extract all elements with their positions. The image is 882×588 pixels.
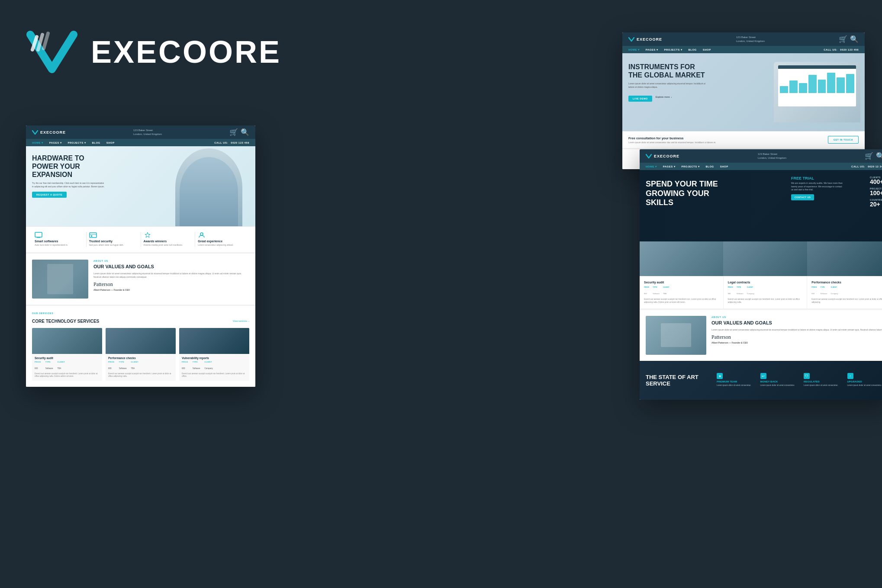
cart-icon-2: 🛒 bbox=[839, 35, 847, 43]
card3-nav-shop[interactable]: SHOP bbox=[720, 165, 728, 168]
card1-request-btn[interactable]: REQUEST A QUOTE bbox=[32, 192, 67, 198]
card2-hero-subtitle: Lorem ipsum dolor sit amet consectetur a… bbox=[628, 82, 706, 89]
card3-nav-pages[interactable]: PAGES ▾ bbox=[663, 165, 676, 168]
about-label-3: ABOUT US bbox=[711, 316, 882, 318]
cart-icon: 🛒 bbox=[229, 128, 238, 136]
preview-card-1: EXECOORE 123 Baker Street London, United… bbox=[26, 125, 255, 387]
money-back-icon: ↩ bbox=[760, 373, 766, 379]
search-icon-2: 🔍 bbox=[850, 35, 859, 43]
view-services-link[interactable]: View services › bbox=[233, 320, 249, 322]
card3-brand-name: EXECOORE bbox=[654, 154, 679, 158]
services-label: OUR SERVICES bbox=[32, 312, 54, 315]
card1-services: OUR SERVICES CORE TECHNOLOGY SERVICES Vi… bbox=[26, 305, 255, 387]
cart-icon-3: 🛒 bbox=[865, 152, 873, 160]
service-card-2: Performance checks PRICE600 TYPESoftware… bbox=[106, 328, 176, 381]
card2-nav-menu: HOME ▾ PAGES ▾ PROJECTS ▾ BLOG SHOP CALL… bbox=[622, 46, 865, 53]
service-info-3: Vulnerability reports PRICE600 TYPESoftw… bbox=[179, 354, 249, 381]
card3-hero-title: SPEND YOUR TIME GROWING YOUR SKILLS bbox=[646, 180, 732, 208]
card3-about: ABOUT US OUR VALUES AND GOALS Lorem ipsu… bbox=[640, 308, 882, 361]
card3-nav-menu: HOME ▾ PAGES ▾ PROJECTS ▾ BLOG SHOP CALL… bbox=[640, 163, 882, 170]
card3-nav-projects[interactable]: PROJECTS ▾ bbox=[681, 165, 699, 168]
about-title-3: OUR VALUES AND GOALS bbox=[711, 320, 882, 326]
feature-experience: Great experience Lorem consectetur adipi… bbox=[195, 232, 249, 247]
nav-shop[interactable]: SHOP bbox=[106, 141, 115, 144]
card2-brand: EXECOORE bbox=[628, 36, 662, 42]
awards-icon bbox=[144, 232, 151, 238]
card3-hero: SPEND YOUR TIME GROWING YOUR SKILLS FREE… bbox=[640, 170, 882, 241]
card3-nav-icons: 🛒 🔍 bbox=[865, 152, 882, 160]
feature-2-desc: Sed puru ulllam dolor eu fugiat nibh. bbox=[89, 244, 138, 247]
srv-img-2 bbox=[723, 241, 807, 276]
nav-pages[interactable]: PAGES ▾ bbox=[49, 141, 62, 144]
stats-box: CLIENTS 400+ PROJECTS 100+ COUNTRIES 20+ bbox=[870, 176, 882, 210]
card2-consult-banner: Free consultation for your business Lore… bbox=[622, 131, 865, 149]
free-trial-title: FREE TRIAL bbox=[791, 176, 843, 180]
contact-us-btn[interactable]: CONTACT US bbox=[791, 194, 814, 200]
audit-card-3: Performance checks PRICE600 TYPESoftware… bbox=[807, 276, 882, 308]
card2-nav-projects[interactable]: PROJECTS ▾ bbox=[664, 48, 682, 51]
service-card-3: Vulnerability reports PRICE600 TYPESoftw… bbox=[179, 328, 249, 381]
svg-line-2 bbox=[44, 33, 48, 48]
upgraded-icon: ↑ bbox=[847, 373, 853, 379]
hero-laptop-image bbox=[774, 62, 860, 122]
service-card-1: Security audit PRICE600 TYPESoftware CLI… bbox=[32, 328, 102, 381]
nav-blog[interactable]: BLOG bbox=[92, 141, 100, 144]
svg-rect-3 bbox=[35, 232, 42, 237]
author-name-3: Albert Patterson — Founder & CEO bbox=[711, 341, 882, 344]
logo-area: EXECOORE bbox=[26, 26, 281, 78]
about-image-1 bbox=[32, 260, 88, 299]
card2-nav-icons: 🛒 🔍 bbox=[839, 35, 859, 43]
card2-hero-text: INSTRUMENTS FOR THE GLOBAL MARKET Lorem … bbox=[628, 63, 711, 102]
card3-top-nav: EXECOORE 123 Baker Street London, United… bbox=[640, 149, 882, 163]
card3-nav-home[interactable]: HOME ▾ bbox=[646, 165, 657, 168]
nav-home[interactable]: HOME ▾ bbox=[32, 141, 43, 144]
service-img-3 bbox=[179, 328, 249, 354]
bottom-feature-3: 🛡 REGULATED Lorem ipsum dolor sit amet c… bbox=[804, 373, 841, 387]
card2-brand-name: EXECOORE bbox=[637, 37, 662, 42]
audit-card-2: Legal contracts PRICE600 TYPESoftware CL… bbox=[724, 276, 808, 308]
card3-brand: EXECOORE bbox=[646, 153, 679, 159]
stat-clients: CLIENTS 400+ bbox=[870, 176, 882, 185]
services-title: CORE TECHNOLOGY SERVICES bbox=[32, 319, 99, 324]
services-title-row: CORE TECHNOLOGY SERVICES View services › bbox=[32, 319, 249, 324]
audit-card-1: Security audit PRICE600 TYPESoftware CLI… bbox=[640, 276, 724, 308]
srv-img-1 bbox=[640, 241, 723, 276]
card3-bottom-strip: THE STATE OF ART SERVICE ★ PREMIUM TEAM … bbox=[640, 361, 882, 400]
card3-call-us: CALL US: 0020 12 345 bbox=[851, 165, 882, 168]
stat-countries: COUNTRIES 20+ bbox=[870, 199, 882, 207]
card1-about-text: ABOUT US OUR VALUES AND GOALS Lorem ipsu… bbox=[88, 260, 249, 299]
card1-nav-menu: HOME ▾ PAGES ▾ PROJECTS ▾ BLOG SHOP CALL… bbox=[26, 139, 255, 146]
svg-rect-7 bbox=[91, 235, 92, 237]
bottom-feature-2: ↩ MONEY BACK Lorem ipsum dolor sit amet … bbox=[760, 373, 798, 387]
feature-1-desc: Aute irure dolor in reprehenderit in. bbox=[35, 244, 84, 247]
card2-nav-pages[interactable]: PAGES ▾ bbox=[646, 48, 658, 51]
card2-nav-blog[interactable]: BLOG bbox=[688, 48, 696, 51]
about-image-3 bbox=[646, 316, 706, 355]
card2-nav-shop[interactable]: SHOP bbox=[703, 48, 711, 51]
feature-3-title: Awards winners bbox=[144, 240, 193, 243]
card1-nav-icons: 🛒 🔍 bbox=[229, 128, 249, 136]
card3-address: 123 Baker Street London, United Kingdom bbox=[758, 152, 786, 160]
service-info-2: Performance checks PRICE600 TYPESoftware… bbox=[106, 354, 176, 381]
consult-title: Free consultation for your business bbox=[628, 136, 716, 140]
services-header: OUR SERVICES bbox=[32, 312, 249, 315]
free-trial-box: FREE TRIAL We are experts in security au… bbox=[791, 176, 843, 200]
card2-nav-home[interactable]: HOME ▾ bbox=[628, 48, 640, 51]
card2-hero: INSTRUMENTS FOR THE GLOBAL MARKET Lorem … bbox=[622, 53, 865, 131]
execoore-logo-icon bbox=[26, 26, 82, 78]
bottom-feature-1: ★ PREMIUM TEAM Lorem ipsum dolor sit ame… bbox=[717, 373, 754, 387]
card1-hero-subtitle: Try the our free trial membership. Click… bbox=[32, 181, 106, 188]
feature-4-title: Great experience bbox=[198, 240, 247, 243]
card2-call-us: CALL US: 0020 123 456 bbox=[824, 48, 859, 51]
preview-card-3: EXECOORE 123 Baker Street London, United… bbox=[640, 149, 882, 400]
about-label: ABOUT US bbox=[93, 260, 249, 262]
card2-live-demo-btn[interactable]: Live Demo bbox=[628, 96, 652, 102]
card3-nav-blog[interactable]: BLOG bbox=[705, 165, 714, 168]
nav-projects[interactable]: PROJECTS ▾ bbox=[68, 141, 86, 144]
card2-explore-btn[interactable]: Explore more › bbox=[656, 96, 672, 98]
feature-1-title: Smart softwares bbox=[35, 240, 84, 243]
consult-btn[interactable]: Get In touch bbox=[828, 136, 859, 144]
regulated-icon: 🛡 bbox=[804, 373, 810, 379]
svg-rect-5 bbox=[90, 233, 97, 238]
card3-services-preview bbox=[640, 241, 882, 276]
